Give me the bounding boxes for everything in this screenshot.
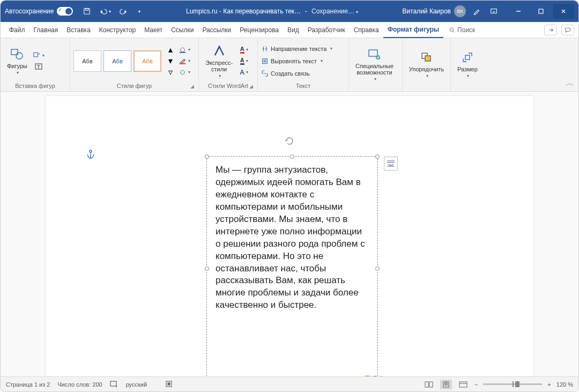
text-fill-icon[interactable]: A	[238, 45, 250, 55]
svg-rect-11	[180, 63, 185, 64]
minimize-button[interactable]	[508, 4, 529, 19]
zoom-in-button[interactable]: +	[547, 381, 551, 388]
svg-point-19	[90, 150, 92, 152]
user-account[interactable]: Виталий Каиров ВК	[402, 5, 466, 17]
svg-rect-18	[465, 55, 470, 60]
zoom-out-button[interactable]: −	[474, 381, 478, 388]
layout-options-icon[interactable]	[384, 157, 398, 171]
style-preset-2[interactable]: Абв	[103, 50, 131, 72]
resize-handle[interactable]	[375, 267, 380, 271]
align-text-button[interactable]: Выровнять текст	[261, 55, 332, 67]
svg-rect-10	[180, 51, 185, 53]
resize-handle[interactable]	[205, 267, 209, 271]
size-button[interactable]: Размер	[454, 49, 481, 79]
autosave-toggle[interactable]: Автосохранение	[5, 7, 73, 16]
tab-mailings[interactable]: Рассылки	[198, 22, 235, 38]
tab-review[interactable]: Рецензирова	[235, 22, 283, 38]
qat-customize-icon[interactable]	[135, 5, 142, 18]
autosave-label: Автосохранение	[5, 8, 54, 15]
zoom-level[interactable]: 120 %	[556, 381, 573, 388]
quick-access-toolbar	[80, 5, 142, 18]
draw-icon[interactable]	[470, 5, 483, 18]
svg-rect-27	[459, 382, 467, 387]
arrange-button[interactable]: Упорядочить	[406, 49, 447, 79]
svg-rect-3	[539, 9, 543, 13]
svg-rect-0	[84, 9, 90, 14]
document-title: Lumpics.ru - Как переворачивать тек… - С…	[146, 8, 398, 15]
comments-button[interactable]	[561, 25, 574, 35]
ribbon-display-icon[interactable]	[487, 5, 500, 18]
language-status[interactable]: русский	[126, 381, 147, 388]
tab-insert[interactable]: Вставка	[62, 22, 95, 38]
titlebar: Автосохранение Lumpics.ru - Как перевора…	[1, 1, 578, 22]
page-count[interactable]: Страница 1 из 2	[6, 381, 50, 388]
resize-handle[interactable]	[205, 154, 209, 159]
dialog-launcher-icon[interactable]: ◢	[190, 84, 194, 89]
shapes-button[interactable]: Фигуры	[4, 46, 31, 76]
group-label-text: Текст	[261, 82, 345, 90]
print-layout-icon[interactable]	[440, 380, 452, 389]
tab-layout[interactable]: Макет	[140, 22, 167, 38]
shape-outline-icon[interactable]	[179, 56, 190, 66]
collapse-ribbon-icon[interactable]: ︿	[566, 78, 574, 89]
accessibility-button[interactable]: Специальныевозможности	[352, 46, 397, 83]
macro-icon[interactable]	[165, 380, 173, 389]
text-outline-icon[interactable]: A	[238, 56, 250, 66]
save-icon[interactable]	[80, 5, 93, 18]
tab-shape-format[interactable]: Формат фигуры	[383, 22, 443, 38]
anchor-icon[interactable]	[86, 150, 95, 161]
gallery-more-icon[interactable]: ▿	[165, 68, 176, 77]
style-preset-3[interactable]: Абв	[133, 50, 161, 72]
maximize-button[interactable]	[530, 4, 552, 19]
read-mode-icon[interactable]	[423, 380, 435, 389]
gallery-up-icon[interactable]: ▴	[165, 45, 176, 55]
svg-rect-23	[168, 383, 170, 385]
svg-rect-14	[369, 50, 377, 56]
search-box[interactable]: Поиск	[449, 26, 475, 34]
svg-point-7	[16, 53, 23, 59]
text-box[interactable]: Мы — группа энтузиастов, одержимых идеей…	[206, 156, 378, 376]
tab-view[interactable]: Вид	[283, 22, 303, 38]
share-button[interactable]	[544, 25, 557, 35]
svg-rect-1	[86, 9, 88, 11]
tab-home[interactable]: Главная	[29, 22, 63, 38]
shape-fill-icon[interactable]	[179, 45, 190, 55]
group-label-insert: Вставка фигур	[4, 82, 66, 90]
group-label-arrange	[406, 88, 447, 90]
svg-rect-24	[425, 382, 428, 387]
ribbon: Фигуры Вставка фигур Абв Абв Абв ▴ ▾ ▿	[1, 38, 578, 92]
app-window: Автосохранение Lumpics.ru - Как перевора…	[0, 0, 579, 392]
resize-handle[interactable]	[290, 154, 294, 159]
text-effects-icon[interactable]: A	[238, 68, 250, 77]
status-bar: Страница 1 из 2 Число слов: 200 русский …	[1, 376, 578, 391]
text-direction-button[interactable]: Направление текста	[261, 43, 332, 55]
word-count[interactable]: Число слов: 200	[57, 381, 102, 388]
tab-file[interactable]: Файл	[5, 22, 29, 38]
group-label-accessibility	[352, 88, 399, 90]
tab-design[interactable]: Конструктор	[95, 22, 140, 38]
rotate-handle-icon[interactable]	[284, 136, 295, 149]
tab-developer[interactable]: Разработчик	[303, 22, 350, 38]
saving-status[interactable]: Сохранение…	[311, 8, 358, 15]
textbox-content: Мы — группа энтузиастов, одержимых идеей…	[216, 165, 365, 310]
spellcheck-icon[interactable]	[110, 380, 118, 389]
avatar: ВК	[454, 5, 466, 17]
dialog-launcher-icon[interactable]: ◢	[249, 84, 253, 89]
tab-help[interactable]: Справка	[350, 22, 383, 38]
create-link-button[interactable]: Создать связь	[261, 68, 332, 79]
edit-shape-icon[interactable]	[33, 50, 44, 60]
style-preset-1[interactable]: Абв	[73, 50, 101, 72]
user-name: Виталий Каиров	[402, 8, 451, 15]
undo-icon[interactable]	[99, 5, 112, 18]
close-button[interactable]	[553, 4, 574, 19]
wordart-styles-button[interactable]: Экспресс-стили	[202, 42, 236, 79]
gallery-down-icon[interactable]: ▾	[165, 56, 176, 66]
redo-icon[interactable]	[117, 5, 130, 18]
tab-references[interactable]: Ссылки	[167, 22, 198, 38]
zoom-slider[interactable]	[483, 383, 542, 385]
textbox-icon[interactable]	[33, 62, 44, 71]
document-canvas[interactable]: Мы — группа энтузиастов, одержимых идеей…	[1, 92, 578, 376]
shape-effects-icon[interactable]	[179, 68, 190, 77]
resize-handle[interactable]	[375, 154, 380, 159]
web-layout-icon[interactable]	[457, 380, 469, 389]
